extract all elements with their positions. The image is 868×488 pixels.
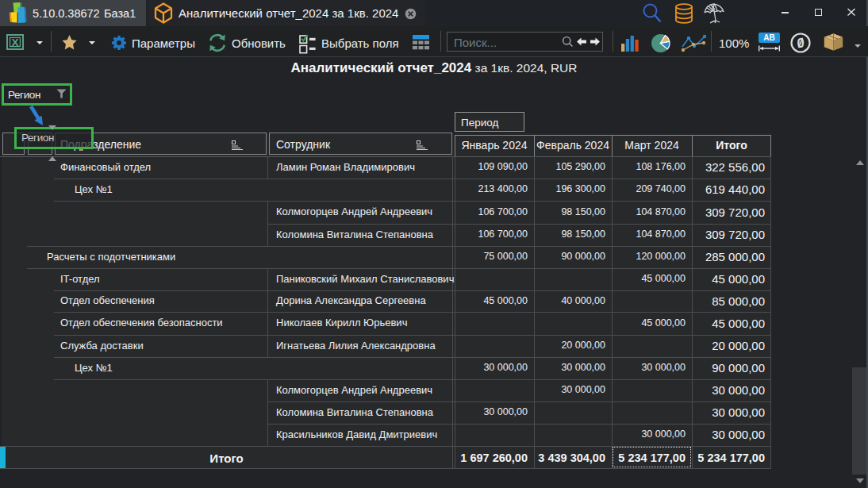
svg-text:X: X <box>11 37 18 48</box>
svg-text:AB: AB <box>763 33 774 42</box>
